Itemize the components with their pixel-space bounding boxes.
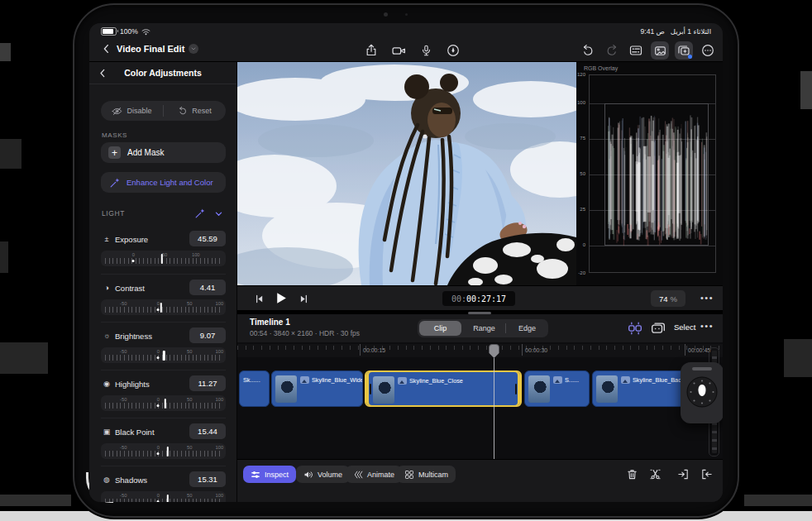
plus-icon: + [108,146,121,159]
backdrop-fragment [800,71,812,109]
exposure-value[interactable]: 45.59 [189,231,226,246]
playback-bar: 00:00:27:17 74% ••• [237,285,723,310]
media-browser-button[interactable] [651,41,669,60]
light-wand-icon[interactable] [194,208,206,219]
select-tool-button[interactable]: Select [674,323,695,332]
magnetic-timeline-button[interactable] [628,321,642,339]
delete-button[interactable] [624,466,639,481]
status-time: 9:41 ص [641,27,665,36]
insert-clip-button[interactable] [676,466,690,481]
color-adjustments-panel: Color Adjustments Disable Reset MASKS + … [89,62,237,502]
timeline-tracks: Sk...... Skyline_Blue_Wide Skyline_Blue_… [237,357,723,459]
backdrop-fragment [744,495,812,506]
mode-clip[interactable]: Clip [419,321,461,336]
backdrop-fragment [0,342,48,374]
shadows-slider[interactable]: -50050100 [101,491,226,502]
playhead-line [494,351,494,459]
slider-shadows: ◍ Shadows 15.31 -50050100 [101,466,226,502]
undo-button[interactable] [579,41,597,60]
jog-grip[interactable] [692,367,712,370]
backdrop-fragment [784,339,812,377]
shadows-value[interactable]: 15.31 [189,471,226,487]
highlights-slider[interactable]: -50050100 [101,395,226,411]
overwrite-clip-button[interactable] [699,466,714,481]
masks-label: MASKS [102,131,127,139]
highlights-icon: ◉ [101,380,112,388]
skip-to-end-button[interactable] [299,293,309,308]
animate-button[interactable]: Animate [346,466,402,483]
project-menu-chevron[interactable] [189,44,198,54]
brightness-value[interactable]: 9.07 [189,327,226,343]
disable-reset-group: Disable Reset [101,101,226,121]
share-button[interactable] [362,41,380,60]
camera-button[interactable] [389,41,408,60]
backdrop-fragment [0,495,71,506]
redo-button[interactable] [603,41,621,60]
wifi-icon [141,28,150,36]
highlights-value[interactable]: 11.27 [189,375,226,391]
photo-icon [398,377,407,385]
timeline-header: Timeline 1 00:54 · 3840 × 2160 · HDR · 3… [237,314,723,342]
skip-to-start-button[interactable] [254,293,265,308]
app-screen: 100% 9:41 ص الثلاثاء 1 أبريل Video Final… [89,23,723,502]
mode-range[interactable]: Range [463,321,505,336]
timecode-display[interactable]: 00:00:27:17 [442,291,515,306]
disable-button[interactable]: Disable [101,101,163,121]
backdrop-fragment [0,139,21,169]
jog-dial[interactable] [685,375,719,409]
front-camera-dot [405,13,408,16]
enhance-light-color-button[interactable]: Enhance Light and Color [101,172,226,193]
inspector-button[interactable] [627,41,645,60]
viewer-more-button[interactable]: ••• [700,293,714,303]
light-collapse-chevron[interactable] [214,209,223,218]
timeline-clip[interactable]: Skyline_Blue_Wide [271,370,363,407]
viewer-zoom-control[interactable]: 74% [651,290,685,307]
multicam-button[interactable]: Multicam [397,466,456,483]
inspect-button[interactable]: Inspect [243,466,296,483]
timeline-more-button[interactable]: ••• [700,321,714,331]
contrast-value[interactable]: 4.41 [189,280,226,295]
add-mask-button[interactable]: + Add Mask [101,142,226,163]
front-camera-dot [384,12,388,17]
black-point-slider[interactable]: -50050100 [101,443,226,459]
timeline-ruler[interactable]: 00:00:15 00:00:30 00:00:45 [237,344,723,357]
volume-button[interactable]: Volume [296,466,350,483]
marker-tool-button[interactable] [444,41,462,60]
brightness-slider[interactable]: -50050100 [101,347,226,363]
backdrop-fragment [0,241,8,273]
rgb-overlay-scope: RGB Overlay 120 100 75 50 25 0 -20 [576,62,723,285]
status-bar: 100% 9:41 ص الثلاثاء 1 أبريل [89,23,723,40]
timeline-info: 00:54 · 3840 × 2160 · HDR · 30 fps [250,329,360,337]
project-title[interactable]: Video Final Edit [117,44,184,54]
timeline-clip[interactable]: Sk...... [239,370,270,407]
eye-off-icon [112,106,122,117]
black-point-value[interactable]: 15.44 [189,423,226,439]
effects-button[interactable] [675,41,693,60]
slider-brightness: ☼ Brightness 9.07 -50050100 [101,322,226,370]
reset-button[interactable]: Reset [164,101,226,121]
play-button[interactable] [274,291,288,308]
exposure-slider[interactable]: 050100 [101,251,226,266]
microphone-button[interactable] [417,41,435,60]
video-preview[interactable] [237,62,576,285]
battery-icon [101,27,117,36]
scope-title: RGB Overlay [584,65,618,71]
timeline-clip[interactable]: S...... [524,370,590,407]
trim-handle-right[interactable] [515,384,517,394]
mode-edge[interactable]: Edge [506,321,548,336]
timeline-clip-selected[interactable]: Skyline_Blue_Close [365,370,522,407]
timeline-toolbar: Inspect Volume Animate Multicam [237,459,723,502]
black-point-icon: ▣ [101,428,112,436]
contrast-icon: ◑ [101,284,112,292]
magic-wand-icon [109,177,121,189]
shadows-icon: ◍ [101,476,112,484]
jog-wheel[interactable] [681,362,723,423]
back-chevron-icon[interactable] [101,43,112,55]
clip-thumbnail [373,376,394,404]
slider-highlights: ◉ Highlights 11.27 -50050100 [101,370,226,418]
trim-handle-left[interactable] [370,384,371,394]
blade-cut-button[interactable] [647,466,662,481]
more-button[interactable] [699,41,717,60]
connected-clip-button[interactable] [651,321,666,339]
contrast-slider[interactable]: -50050100 [101,299,226,315]
